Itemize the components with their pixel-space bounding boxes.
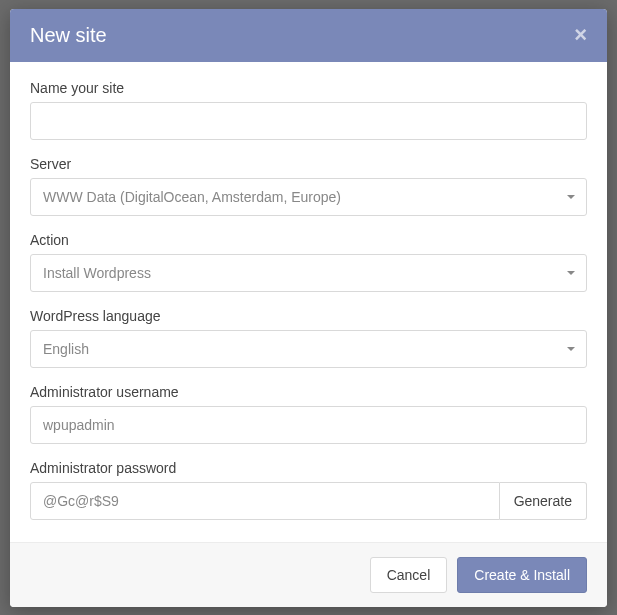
server-select-value[interactable]	[30, 178, 587, 216]
site-name-label: Name your site	[30, 80, 587, 96]
server-select[interactable]	[30, 178, 587, 216]
new-site-modal: New site × Name your site Server Action …	[10, 9, 607, 607]
modal-footer: Cancel Create & Install	[10, 542, 607, 607]
admin-password-input-group: Generate	[30, 482, 587, 520]
close-icon[interactable]: ×	[574, 24, 587, 46]
action-label: Action	[30, 232, 587, 248]
cancel-button[interactable]: Cancel	[370, 557, 448, 593]
admin-username-input[interactable]	[30, 406, 587, 444]
generate-password-button[interactable]: Generate	[500, 482, 587, 520]
server-group: Server	[30, 156, 587, 216]
admin-password-label: Administrator password	[30, 460, 587, 476]
modal-body: Name your site Server Action WordPress l…	[10, 62, 607, 542]
site-name-input[interactable]	[30, 102, 587, 140]
action-select-value[interactable]	[30, 254, 587, 292]
language-group: WordPress language	[30, 308, 587, 368]
admin-password-input[interactable]	[30, 482, 500, 520]
modal-title: New site	[30, 24, 107, 47]
language-label: WordPress language	[30, 308, 587, 324]
admin-password-group: Administrator password Generate	[30, 460, 587, 520]
language-select[interactable]	[30, 330, 587, 368]
admin-username-group: Administrator username	[30, 384, 587, 444]
admin-username-label: Administrator username	[30, 384, 587, 400]
modal-header: New site ×	[10, 9, 607, 62]
server-label: Server	[30, 156, 587, 172]
action-group: Action	[30, 232, 587, 292]
create-install-button[interactable]: Create & Install	[457, 557, 587, 593]
language-select-value[interactable]	[30, 330, 587, 368]
site-name-group: Name your site	[30, 80, 587, 140]
action-select[interactable]	[30, 254, 587, 292]
